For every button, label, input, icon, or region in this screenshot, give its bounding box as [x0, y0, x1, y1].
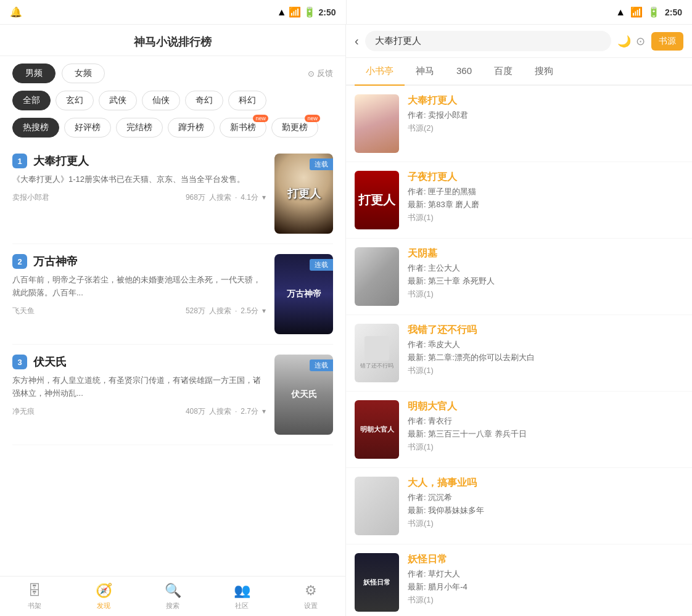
rank-tab-rising[interactable]: 蹿升榜 — [168, 118, 215, 138]
battery-icon-left: 🔋 — [303, 6, 316, 18]
category-tab-xianxia[interactable]: 仙侠 — [142, 91, 180, 110]
source-tab-baidu[interactable]: 百度 — [483, 58, 524, 86]
book-meta-2: 飞天鱼 528万 人搜索· 2.5分 ▾ — [12, 306, 266, 316]
category-tab-xuanhuan[interactable]: 玄幻 — [56, 91, 94, 110]
list-item[interactable]: 明朝大官人 明朝大官人 作者: 青衣行 最新: 第三百三十一八章 养兵千日 书源… — [346, 392, 692, 468]
source-tab-sougou[interactable]: 搜狗 — [524, 58, 564, 86]
feedback-icon: ⊙ — [308, 69, 315, 78]
book-cover-wrap-1: 打更人 连载 — [274, 154, 333, 234]
book-rating-1: 4.1分 — [241, 192, 258, 203]
nav-item-search[interactable]: 🔍 搜索 — [138, 577, 207, 616]
source-tab-xiaoshuting[interactable]: 小书亭 — [355, 58, 405, 86]
book-desc-1: 《大奉打更人》1-12册实体书已在天猫、京东、当当全平台发售。 — [12, 173, 266, 186]
nav-item-community[interactable]: 👥 社区 — [207, 577, 276, 616]
rank-tab-hot[interactable]: 热搜榜 — [12, 118, 59, 138]
right-panel: ‹ 🌙 ⊙ 书源 小书亭 神马 360 百度 搜狗 — [346, 25, 692, 616]
rank-tab-diligent[interactable]: 勤更榜 new — [271, 118, 318, 138]
book-rank-title-1: 1 大奉打更人 — [12, 154, 266, 168]
book-desc-2: 八百年前，明帝之子张若尘，被他的未婚妻池瑶公主杀死，一代天骄，就此陨落。八百年.… — [12, 274, 266, 300]
result-info-7: 妖怪日常 作者: 草灯大人 最新: 腊月小年-4 书源(1) — [408, 553, 683, 612]
table-row[interactable]: 3 伏天氏 东方神州，有人皇立道统，有圣贤宗门传道，有诸侯雄踞一方王国，诸强林立… — [12, 345, 333, 445]
status-badge-2: 连载 — [310, 259, 333, 271]
cover-text-2: 万古神帝 — [287, 289, 321, 300]
nav-item-settings[interactable]: ⚙ 设置 — [276, 577, 345, 616]
chevron-down-icon-2[interactable]: ▾ — [262, 306, 266, 315]
gender-tab-female[interactable]: 女频 — [62, 64, 105, 83]
bookstore-button[interactable]: 书源 — [651, 32, 683, 51]
table-row[interactable]: 1 大奉打更人 《大奉打更人》1-12册实体书已在天猫、京东、当当全平台发售。 … — [12, 144, 333, 244]
book-rating-2: 2.5分 — [241, 306, 258, 316]
left-panel: 神马小说排行榜 男频 女频 ⊙ 反馈 全部 玄幻 武侠 仙侠 奇幻 科幻 热搜榜… — [0, 25, 346, 616]
category-tab-all[interactable]: 全部 — [12, 91, 51, 110]
result-cover-7: 妖怪日常 — [355, 553, 399, 612]
category-tabs: 全部 玄幻 武侠 仙侠 奇幻 科幻 — [0, 88, 345, 115]
cover-text-3: 伏天氏 — [291, 389, 317, 400]
result-author-1: 作者: 卖报小郎君 — [408, 110, 683, 121]
category-tab-wuxia[interactable]: 武侠 — [99, 91, 137, 110]
rank-tab-good[interactable]: 好评榜 — [64, 118, 111, 138]
gender-tab-male[interactable]: 男频 — [12, 64, 56, 83]
source-tab-360[interactable]: 360 — [445, 58, 483, 86]
nav-item-shelf[interactable]: 🗄 书架 — [0, 577, 69, 616]
moon-icon[interactable]: 🌙 — [617, 35, 631, 48]
book-rank-title-3: 3 伏天氏 — [12, 355, 266, 369]
book-desc-3: 东方神州，有人皇立道统，有圣贤宗门传道，有诸侯雄踞一方王国，诸强林立，神州动乱.… — [12, 374, 266, 400]
nav-label-discover: 发现 — [97, 601, 110, 610]
rank-tabs: 热搜榜 好评榜 完结榜 蹿升榜 新书榜 new 勤更榜 new — [0, 115, 345, 144]
result-author-4: 作者: 乖皮大人 — [408, 339, 683, 350]
book-title-2: 万古神帝 — [33, 254, 78, 269]
feedback-button[interactable]: ⊙ 反馈 — [308, 68, 333, 79]
result-source-4: 书源(1) — [408, 365, 683, 376]
result-latest-6: 最新: 我仰慕妹妹多年 — [408, 505, 683, 516]
result-title-5: 明朝大官人 — [408, 400, 683, 413]
search-header: ‹ 🌙 ⊙ 书源 — [346, 25, 692, 58]
time-right: 2:50 — [665, 7, 682, 17]
result-cover-6 — [355, 477, 399, 535]
list-item[interactable]: 错了还不行吗 我错了还不行吗 作者: 乖皮大人 最新: 第二章:漂亮的你可以去刷… — [346, 315, 692, 392]
book-searches-3: 408万 — [186, 406, 205, 417]
chevron-down-icon-3[interactable]: ▾ — [262, 407, 266, 416]
book-list: 1 大奉打更人 《大奉打更人》1-12册实体书已在天猫、京东、当当全平台发售。 … — [0, 144, 345, 576]
list-item[interactable]: 天阴墓 作者: 主公大人 最新: 第三十章 杀死野人 书源(1) — [346, 239, 692, 315]
table-row[interactable]: 2 万古神帝 八百年前，明帝之子张若尘，被他的未婚妻池瑶公主杀死，一代天骄，就此… — [12, 244, 333, 345]
list-item[interactable]: 妖怪日常 妖怪日常 作者: 草灯大人 最新: 腊月小年-4 书源(1) — [346, 544, 692, 616]
result-title-3: 天阴墓 — [408, 247, 683, 260]
gender-tabs: 男频 女频 ⊙ 反馈 — [0, 56, 345, 88]
list-item[interactable]: 大奉打更人 作者: 卖报小郎君 书源(2) — [346, 86, 692, 162]
result-latest-3: 最新: 第三十章 杀死野人 — [408, 276, 683, 287]
book-info-1: 1 大奉打更人 《大奉打更人》1-12册实体书已在天猫、京东、当当全平台发售。 … — [12, 154, 266, 234]
result-title-7: 妖怪日常 — [408, 553, 683, 566]
result-latest-7: 最新: 腊月小年-4 — [408, 581, 683, 593]
rank-tab-complete[interactable]: 完结榜 — [116, 118, 163, 138]
category-tab-qihuan[interactable]: 奇幻 — [185, 91, 223, 110]
main-container: 神马小说排行榜 男频 女频 ⊙ 反馈 全部 玄幻 武侠 仙侠 奇幻 科幻 热搜榜… — [0, 25, 692, 616]
signal-icon-right: 📶 — [630, 6, 643, 18]
result-author-2: 作者: 匣子里的黑猫 — [408, 186, 683, 197]
new-badge-1: new — [253, 115, 268, 122]
back-button[interactable]: ‹ — [355, 34, 359, 48]
source-tab-shenma[interactable]: 神马 — [405, 58, 445, 86]
book-author-2: 飞天鱼 — [12, 306, 35, 316]
bottom-nav: 🗄 书架 🧭 发现 🔍 搜索 👥 社区 ⚙ 设置 — [0, 576, 345, 616]
result-latest-4: 最新: 第二章:漂亮的你可以去刷大白 — [408, 352, 683, 363]
list-item[interactable]: 大人，搞事业吗 作者: 沉沉希 最新: 我仰慕妹妹多年 书源(1) — [346, 468, 692, 544]
search-input[interactable] — [365, 31, 611, 51]
rank-tab-new[interactable]: 新书榜 new — [220, 118, 266, 138]
book-author-3: 净无痕 — [12, 406, 35, 417]
settings-search-icon[interactable]: ⊙ — [636, 35, 645, 48]
result-source-5: 书源(1) — [408, 441, 683, 453]
book-title-3: 伏天氏 — [33, 355, 67, 369]
page-title: 神马小说排行榜 — [134, 36, 212, 48]
chevron-down-icon-1[interactable]: ▾ — [262, 193, 266, 202]
category-tab-kehuan[interactable]: 科幻 — [228, 91, 266, 110]
book-info-3: 3 伏天氏 东方神州，有人皇立道统，有圣贤宗门传道，有诸侯雄踞一方王国，诸强林立… — [12, 355, 266, 435]
status-bar: 🔔 ▲ 📶 🔋 2:50 ▲ 📶 🔋 2:50 — [0, 0, 692, 25]
wifi-icon-left: ▲ — [277, 7, 287, 18]
result-title-1: 大奉打更人 — [408, 94, 683, 107]
rank-badge-2: 2 — [12, 254, 27, 269]
battery-icon-right: 🔋 — [648, 6, 660, 18]
book-stats-1: 968万 人搜索· 4.1分 ▾ — [186, 192, 266, 203]
list-item[interactable]: 打更人 子夜打更人 作者: 匣子里的黑猫 最新: 第83章 磨人磨 书源(1) — [346, 162, 692, 239]
nav-item-discover[interactable]: 🧭 发现 — [69, 577, 138, 616]
result-author-7: 作者: 草灯大人 — [408, 569, 683, 580]
